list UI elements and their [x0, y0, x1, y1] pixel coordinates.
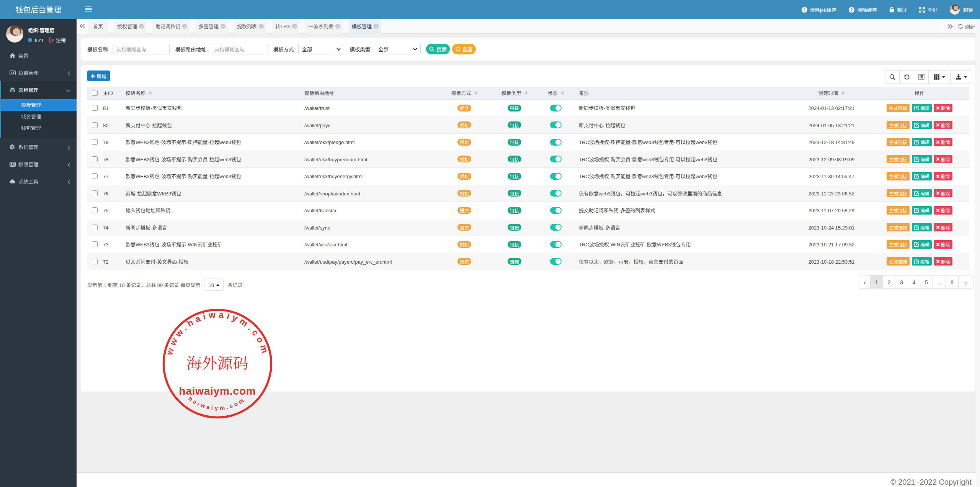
svg-text:haiwaiym.com: haiwaiym.com [179, 382, 256, 398]
svg-text:海外源码: 海外源码 [186, 351, 248, 373]
svg-text:www.haiwaiym.com: www.haiwaiym.com [162, 307, 273, 357]
